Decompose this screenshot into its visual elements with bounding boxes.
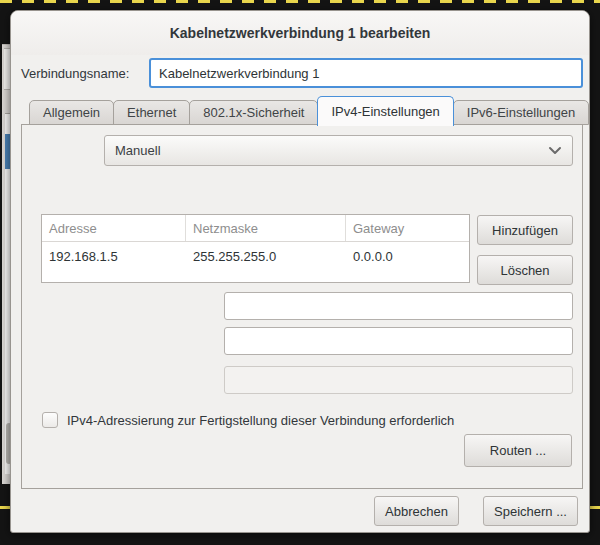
addresses-table-header: Adresse Netzmaske Gateway	[42, 215, 469, 242]
tab-label: 802.1x-Sicherheit	[203, 105, 304, 120]
tab-bar: Allgemein Ethernet 802.1x-Sicherheit IPv…	[29, 95, 588, 125]
selection-border-top	[0, 0, 600, 3]
connection-name-input[interactable]	[149, 58, 583, 88]
tab-ethernet[interactable]: Ethernet	[113, 100, 190, 125]
tab-8021x-sicherheit[interactable]: 802.1x-Sicherheit	[189, 100, 318, 125]
tab-ipv4-einstellungen[interactable]: IPv4-Einstellungen	[317, 96, 453, 126]
tab-allgemein[interactable]: Allgemein	[29, 100, 114, 125]
column-header-gateway[interactable]: Gateway	[346, 215, 469, 241]
tab-ipv6-einstellungen[interactable]: IPv6-Einstellungen	[453, 100, 589, 125]
chevron-down-icon	[548, 146, 562, 155]
table-row[interactable]: 192.168.1.5 255.255.255.0 0.0.0.0	[42, 242, 469, 270]
cell-address: 192.168.1.5	[42, 242, 186, 270]
connection-name-label: Verbindungsname:	[21, 66, 129, 81]
save-button[interactable]: Speichern ...	[483, 496, 578, 526]
window-title: Kabelnetzwerkverbindung 1 bearbeiten	[170, 25, 431, 41]
tab-label: IPv4-Einstellungen	[331, 104, 439, 119]
tab-label: IPv6-Einstellungen	[467, 105, 575, 120]
tab-label: Ethernet	[127, 105, 176, 120]
column-header-netzmaske[interactable]: Netzmaske	[186, 215, 346, 241]
routes-button[interactable]: Routen ...	[464, 434, 572, 467]
add-button[interactable]: Hinzufügen	[477, 215, 573, 245]
cell-gateway: 0.0.0.0	[346, 242, 469, 270]
require-ipv4-label: IPv4-Adressierung zur Fertigstellung die…	[67, 413, 454, 428]
search-domains-input[interactable]	[224, 327, 573, 355]
cancel-button[interactable]: Abbrechen	[374, 496, 459, 526]
delete-button[interactable]: Löschen	[477, 255, 573, 285]
cell-netmask: 255.255.255.0	[186, 242, 346, 270]
dhcp-client-id-input	[224, 366, 573, 394]
titlebar[interactable]: Kabelnetzwerkverbindung 1 bearbeiten	[11, 11, 589, 55]
method-select[interactable]: Manuell	[104, 135, 573, 166]
method-selected-value: Manuell	[115, 143, 548, 158]
dns-server-input[interactable]	[224, 292, 573, 320]
column-header-adresse[interactable]: Adresse	[42, 215, 186, 241]
tab-label: Allgemein	[43, 105, 100, 120]
require-ipv4-checkbox[interactable]	[42, 412, 58, 428]
edit-connection-dialog: Kabelnetzwerkverbindung 1 bearbeiten Ver…	[10, 10, 590, 533]
addresses-table[interactable]: Adresse Netzmaske Gateway 192.168.1.5 25…	[41, 214, 470, 283]
